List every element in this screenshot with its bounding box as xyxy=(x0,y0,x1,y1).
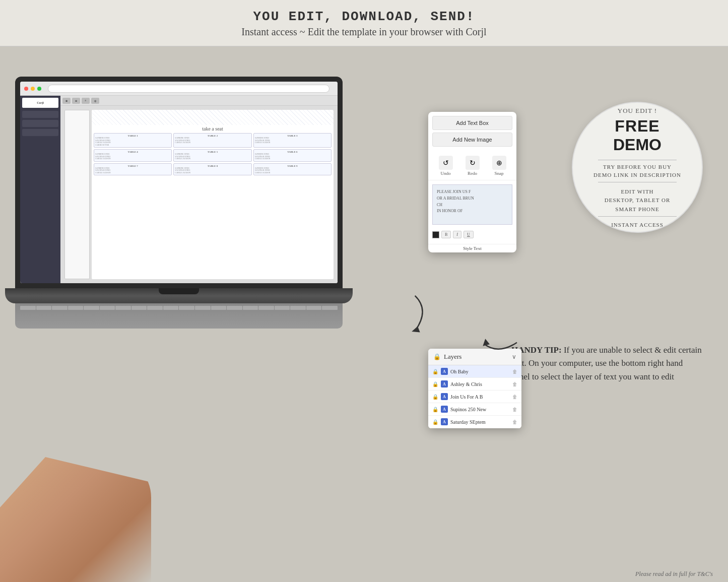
demo-divider-2 xyxy=(598,182,677,182)
key xyxy=(195,306,211,310)
browser-bar xyxy=(20,82,338,96)
key xyxy=(68,306,84,310)
snap-icon[interactable]: ⊕ xyxy=(492,156,506,170)
add-text-box-button[interactable]: Add Text Box xyxy=(432,116,512,130)
layer-type-indicator: A xyxy=(441,380,448,387)
layer-delete-icon[interactable]: 🗑 xyxy=(512,369,517,374)
layers-lock-icon: 🔒 xyxy=(433,353,441,361)
italic-btn[interactable]: I xyxy=(453,231,461,238)
table-3: TABLE 3 SAPHRINE JONESSAVANNAH JONESCARO… xyxy=(253,133,332,148)
layer-name: Supinos 250 New xyxy=(450,407,510,412)
key xyxy=(290,306,306,310)
color-swatch[interactable] xyxy=(432,231,439,238)
key xyxy=(52,306,68,310)
toolbar-btn-2: ⊖ xyxy=(72,98,80,104)
key xyxy=(131,306,147,310)
table-9: TABLE 9 SAPHRINE JONESSAVANNAH JONESCARO… xyxy=(253,163,332,176)
laptop-base xyxy=(5,288,353,303)
layer-type-indicator: A xyxy=(441,418,448,425)
corjl-edit-panel: Add Text Box Add New Image ↺ Undo ↻ Redo… xyxy=(428,112,516,252)
layer-name: Ashley & Chris xyxy=(450,381,510,387)
key xyxy=(306,306,322,310)
add-new-image-button[interactable]: Add New Image xyxy=(432,133,512,147)
snap-label: Snap xyxy=(495,171,504,176)
layer-type-indicator: A xyxy=(441,368,448,375)
seating-grid: TABLE 1 SAPHRINE JONESSAVANNAH JONESCARO… xyxy=(94,133,332,175)
redo-icon[interactable]: ↻ xyxy=(466,156,480,170)
layer-item-join-us[interactable]: 🔒 A Join Us For A B 🗑 xyxy=(428,391,521,403)
laptop-notch xyxy=(159,288,199,294)
layer-name: Saturday SEptem xyxy=(450,419,510,425)
banner-heading: YOU EDIT, DOWNLOAD, SEND! xyxy=(20,9,708,24)
key xyxy=(163,306,179,310)
undo-icon[interactable]: ↺ xyxy=(439,156,453,170)
key xyxy=(20,306,36,310)
key xyxy=(258,306,274,310)
panel-style-section: B I U xyxy=(428,229,516,244)
sidebar-item-1 xyxy=(22,111,58,118)
layer-delete-icon[interactable]: 🗑 xyxy=(512,381,517,387)
browser-close-dot xyxy=(24,87,28,91)
toolbar-btn-4: ◎ xyxy=(91,98,99,104)
layer-type-indicator: A xyxy=(441,393,448,400)
demo-divider-3 xyxy=(598,216,677,217)
key xyxy=(322,306,338,310)
demo-edit-with: EDIT WITH DESKTOP, TABLET OR SMART PHONE xyxy=(605,187,671,214)
canvas-main-area: take a seat TABLE 1 SAPHRINE JONESSAVANN… xyxy=(92,110,334,279)
layer-lock-icon: 🔒 xyxy=(432,419,438,425)
layer-lock-icon: 🔒 xyxy=(432,381,438,387)
browser-minimize-dot xyxy=(31,87,35,91)
table-8: TABLE 8 SAPHRINE JONESSAVANNAH JONESCARO… xyxy=(173,163,251,176)
layer-delete-icon[interactable]: 🗑 xyxy=(512,407,517,412)
key xyxy=(227,306,242,310)
layer-delete-icon[interactable]: 🗑 xyxy=(512,419,517,425)
panel-tools: ↺ Undo ↻ Redo ⊕ Snap xyxy=(428,153,516,180)
panel-preview-area: PLEASE JOIN US FOR A BRIDAL BRUNCHIN HON… xyxy=(432,184,512,225)
key xyxy=(243,306,258,310)
layers-header-left: 🔒 Layers xyxy=(433,353,461,361)
screen-canvas: take a seat TABLE 1 SAPHRINE JONESSAVANN… xyxy=(60,106,338,283)
table-2: TABLE 2 SAPHRINE JONESSAVANNAH JONESCARO… xyxy=(173,133,251,148)
screen-main-area: ⊕ ⊖ ≡ ◎ take a seat xyxy=(60,96,338,283)
table-6: TABLE 6 SAPHRINE JONESSAVANNAH JONESCARO… xyxy=(253,149,332,162)
layer-item-saturday[interactable]: 🔒 A Saturday SEptem 🗑 xyxy=(428,416,521,428)
redo-tool: ↻ Redo xyxy=(466,156,480,176)
key xyxy=(36,306,52,310)
bold-btn[interactable]: B xyxy=(441,231,451,238)
sidebar-item-2 xyxy=(22,120,58,127)
undo-label: Undo xyxy=(441,171,451,176)
stars-pattern xyxy=(92,110,334,125)
demo-demo: DEMO xyxy=(613,136,661,154)
main-area: Corjl ⊕ ⊖ ≡ ◎ xyxy=(0,46,728,582)
style-row: B I U xyxy=(432,231,512,238)
key xyxy=(179,306,194,310)
svg-marker-0 xyxy=(412,325,422,335)
layer-delete-icon[interactable]: 🗑 xyxy=(512,394,517,400)
layer-item-ashley-chris[interactable]: 🔒 A Ashley & Chris 🗑 xyxy=(428,378,521,391)
key xyxy=(147,306,163,310)
key xyxy=(84,306,99,310)
undo-tool: ↺ Undo xyxy=(439,156,453,176)
layer-name: Join Us For A B xyxy=(450,394,510,400)
layer-name: Oh Baby xyxy=(450,369,510,374)
underline-btn[interactable]: U xyxy=(464,231,474,238)
panel-top-section: Add Text Box Add New Image xyxy=(428,112,516,153)
demo-free: FREE xyxy=(615,117,659,136)
seating-title: take a seat xyxy=(94,126,332,132)
toolbar-btn-3: ≡ xyxy=(82,98,90,104)
redo-label: Redo xyxy=(468,171,477,176)
demo-divider-1 xyxy=(598,160,677,160)
demo-you-edit: YOU EDIT ! xyxy=(618,107,657,115)
key xyxy=(100,306,115,310)
banner-subheading: Instant access ~ Edit the template in yo… xyxy=(20,26,708,38)
free-demo-badge: YOU EDIT ! FREE DEMO TRY BEFORE YOU BUY … xyxy=(572,102,703,233)
layer-item-oh-baby[interactable]: 🔒 A Oh Baby 🗑 xyxy=(428,365,521,378)
snap-tool: ⊕ Snap xyxy=(492,156,506,176)
style-text-label: Style Text xyxy=(428,244,516,252)
key xyxy=(275,306,290,310)
top-banner: YOU EDIT, DOWNLOAD, SEND! Instant access… xyxy=(0,0,728,46)
key xyxy=(115,306,131,310)
preview-text: PLEASE JOIN US FOR A BRIDAL BRUNCHIN HON… xyxy=(437,189,508,215)
arrow-to-panel xyxy=(390,289,439,344)
layer-item-supinos[interactable]: 🔒 A Supinos 250 New 🗑 xyxy=(428,403,521,416)
